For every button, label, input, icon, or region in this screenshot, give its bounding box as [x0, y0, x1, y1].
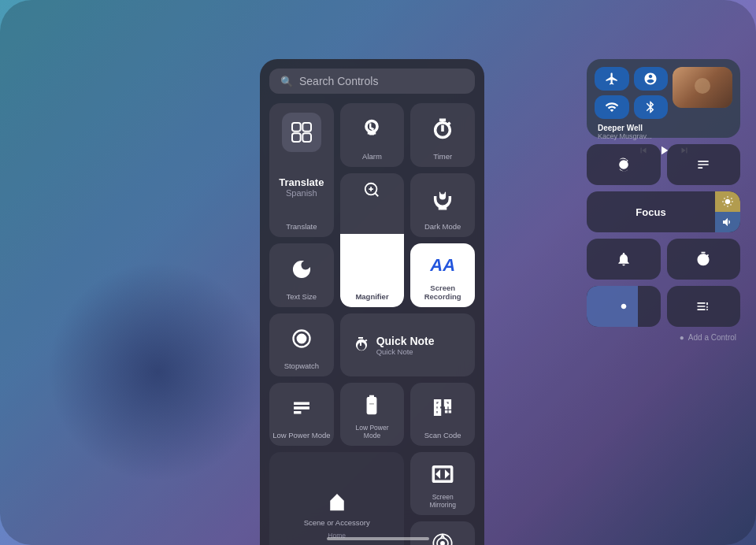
timer-label: Timer — [433, 152, 452, 161]
svg-point-13 — [441, 541, 445, 545]
alarm-label: Alarm — [362, 152, 382, 161]
toggle-row — [587, 144, 740, 185]
stopwatch-icon — [351, 336, 370, 354]
voice-memo-icon-area — [413, 180, 472, 219]
svg-rect-10 — [369, 402, 375, 404]
stopwatch-text-area: Quick Note Quick Note — [376, 335, 435, 356]
screen-mirroring-control[interactable]: ScreenMirroring — [410, 452, 475, 515]
translate-icon-area — [282, 113, 321, 152]
timer-right-btn[interactable] — [667, 239, 741, 280]
airdrop-btn[interactable] — [634, 67, 669, 91]
brightness-slider-btn[interactable] — [587, 286, 661, 327]
magnifier-label: Magnifier — [355, 292, 388, 301]
focus-label: Focus — [636, 206, 665, 218]
home-scene-label: Scene or Accessory — [304, 518, 370, 527]
stopwatch-name: Quick Note — [376, 335, 435, 347]
svg-line-5 — [376, 193, 379, 196]
media-title: Deeper Well — [598, 124, 732, 132]
sun-icon — [721, 195, 734, 208]
voice-memo-label: Dark Mode — [424, 222, 461, 231]
search-icon: 🔍 — [280, 76, 293, 87]
alarm-control[interactable]: Alarm — [340, 103, 405, 167]
scan-code-icon — [432, 397, 454, 419]
sliders-row — [587, 286, 740, 327]
recognize-music-control[interactable]: RecognizeMusic — [410, 521, 475, 545]
add-control-label[interactable]: Add a Control — [688, 333, 736, 342]
stopwatch-control[interactable]: Quick Note Quick Note — [340, 313, 475, 376]
focus-sun-btn[interactable] — [715, 191, 740, 212]
ipad-frame: 🔍 Search Controls Translate Spanish — [0, 0, 756, 545]
timer-control[interactable]: Timer — [410, 103, 475, 167]
dark-mode-control[interactable]: Text Size — [269, 243, 334, 307]
text-size-control[interactable]: AA Screen Recording — [410, 243, 475, 307]
home-indicator — [327, 537, 429, 540]
text-size-icon-area: AA — [413, 250, 472, 280]
stopwatch-sublabel: Quick Note — [376, 347, 435, 356]
screen-recording-control[interactable]: Stopwatch — [269, 313, 334, 376]
notes-btn[interactable] — [667, 286, 741, 327]
media-info: Deeper Well Kacey Musgrav... — [595, 124, 732, 140]
control-center-panel: 🔍 Search Controls Translate Spanish — [260, 59, 484, 545]
lock-rotation-btn[interactable] — [587, 144, 661, 185]
slider-top-icon — [363, 181, 380, 202]
focus-row: Focus — [587, 191, 740, 232]
scan-code-icon-area — [413, 389, 472, 428]
translate-subtitle: Spanish — [279, 188, 324, 198]
voice-memo-icon — [432, 188, 454, 210]
notes-icon — [695, 298, 711, 314]
media-artist: Kacey Musgrav... — [598, 132, 732, 140]
svg-rect-3 — [302, 133, 311, 142]
screen-recording-icon — [291, 328, 313, 350]
search-input[interactable]: Search Controls — [299, 75, 378, 87]
text-size-label: Screen Recording — [413, 284, 472, 301]
bell-icon — [616, 251, 632, 267]
airplane-mode-btn[interactable] — [595, 67, 629, 91]
screen-recording-label: Stopwatch — [284, 361, 319, 370]
timer-right-icon — [695, 251, 711, 267]
screen-mirror-icon — [695, 157, 711, 172]
scan-code-control[interactable]: Scan Code — [410, 383, 475, 446]
add-control-row: ● Add a Control — [587, 333, 740, 342]
quick-note-icon — [291, 397, 313, 419]
media-top-row — [595, 67, 732, 119]
bluetooth-btn[interactable] — [634, 95, 669, 119]
scan-code-label: Scan Code — [424, 431, 461, 439]
translate-control[interactable]: Translate Spanish Translate — [269, 103, 334, 237]
right-panel: Deeper Well Kacey Musgrav... — [587, 59, 740, 342]
timer-icon-area — [413, 109, 472, 149]
home-accessory-control[interactable]: Scene or Accessory Home — [269, 452, 404, 545]
airdrop-icon — [643, 72, 658, 86]
low-power-control[interactable]: Low PowerMode — [340, 383, 405, 446]
bottom-right-row — [587, 239, 740, 280]
translate-labels: Translate Spanish — [279, 176, 324, 198]
search-bar[interactable]: 🔍 Search Controls — [269, 69, 475, 94]
home-icon-area — [325, 490, 349, 513]
volume-icon — [721, 216, 734, 228]
album-art — [673, 67, 732, 108]
focus-volume-btn[interactable] — [715, 212, 740, 232]
svg-rect-1 — [302, 123, 311, 132]
voice-memo-control[interactable]: Dark Mode — [410, 173, 475, 237]
lock-rotation-icon — [616, 157, 632, 172]
alarm-icon-area — [343, 109, 402, 149]
bg-decoration — [47, 261, 268, 482]
wifi-btn[interactable] — [595, 95, 629, 119]
focus-main-btn[interactable]: Focus — [587, 191, 715, 232]
recognize-music-icon-area — [413, 528, 472, 545]
translate-label: Translate — [286, 222, 317, 231]
magnifier-icon — [363, 181, 380, 198]
quick-note-control[interactable]: Low Power Mode — [269, 383, 334, 446]
airplane-icon — [605, 72, 619, 86]
add-control-dot: ● — [680, 333, 684, 342]
screen-mirror-btn[interactable] — [667, 144, 741, 185]
screen-mirroring-icon — [432, 463, 454, 485]
screen-mirroring-label: ScreenMirroring — [429, 493, 456, 509]
brightness-fill — [587, 286, 638, 327]
timer-icon — [432, 118, 454, 140]
silent-mode-btn[interactable] — [587, 239, 661, 280]
dark-mode-icon — [291, 258, 313, 280]
screen-mirroring-icon-area — [413, 458, 472, 490]
svg-rect-2 — [292, 133, 301, 142]
magnifier-slider-control[interactable]: Magnifier — [340, 173, 405, 307]
brightness-icon — [617, 300, 630, 313]
